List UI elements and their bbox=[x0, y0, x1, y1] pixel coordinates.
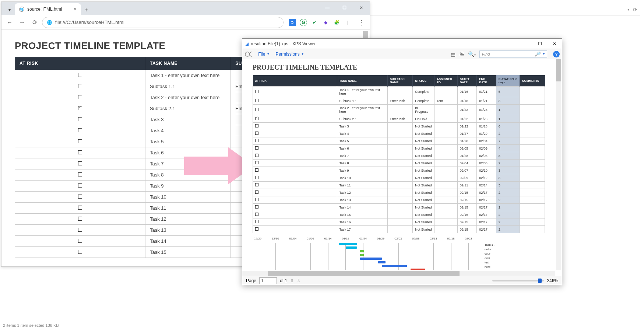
checkbox[interactable] bbox=[78, 206, 82, 210]
extension-icon[interactable]: G bbox=[300, 19, 307, 26]
checkbox[interactable] bbox=[78, 117, 82, 121]
checkbox[interactable] bbox=[78, 84, 82, 88]
extension-icon[interactable]: ✔ bbox=[311, 19, 318, 26]
sub-cell bbox=[387, 105, 413, 115]
sub-cell bbox=[387, 167, 413, 174]
task-name-cell: Task 13 bbox=[145, 225, 230, 236]
site-info-icon[interactable]: 🌐 bbox=[47, 20, 52, 25]
vertical-scrollbar[interactable] bbox=[556, 59, 561, 270]
checkbox[interactable] bbox=[255, 161, 258, 164]
status-cell: Not Started bbox=[413, 189, 434, 196]
checkbox[interactable] bbox=[255, 108, 258, 111]
checkbox[interactable] bbox=[255, 176, 258, 179]
horizontal-scrollbar[interactable] bbox=[242, 271, 555, 276]
start-cell: 01/28 bbox=[457, 152, 477, 160]
checkbox[interactable] bbox=[255, 227, 258, 231]
checkbox[interactable] bbox=[255, 132, 258, 135]
col-status: STATUS bbox=[413, 75, 434, 87]
checkbox[interactable] bbox=[255, 146, 258, 150]
duration-cell: 2 bbox=[496, 196, 520, 204]
checkbox[interactable] bbox=[255, 220, 258, 223]
permissions-menu[interactable]: Permissions▼ bbox=[273, 52, 306, 57]
assigned-cell bbox=[434, 218, 458, 226]
chrome-menu-button[interactable]: ⋮ bbox=[356, 17, 367, 28]
axis-tick: 01/14 bbox=[324, 237, 332, 240]
back-button[interactable]: ← bbox=[4, 17, 15, 28]
checkbox[interactable] bbox=[78, 195, 82, 199]
checkbox[interactable] bbox=[255, 190, 258, 194]
help-icon[interactable]: ? bbox=[553, 51, 560, 57]
extensions-menu-icon[interactable]: 🧩 bbox=[333, 19, 340, 26]
chevron-down-icon[interactable]: ▼ bbox=[542, 52, 545, 56]
checkbox[interactable] bbox=[255, 168, 258, 172]
zoom-slider[interactable] bbox=[492, 280, 544, 281]
table-row: Task 1 - enter your own text here bbox=[15, 70, 280, 81]
reload-button[interactable]: ⟳ bbox=[29, 17, 40, 28]
checkbox[interactable] bbox=[78, 106, 82, 110]
checkbox[interactable] bbox=[255, 205, 258, 209]
table-row: Task 2 - enter your own text hereIn Prog… bbox=[253, 105, 545, 115]
window-title: resultantFile(1).xps - XPS Viewer bbox=[251, 41, 316, 46]
forward-button[interactable]: → bbox=[17, 17, 27, 28]
binoculars-icon[interactable] bbox=[244, 50, 252, 58]
assigned-cell bbox=[434, 145, 458, 152]
checkbox[interactable] bbox=[78, 183, 82, 188]
checkbox[interactable] bbox=[78, 95, 82, 99]
close-window-button[interactable]: ✕ bbox=[547, 39, 562, 49]
checkbox[interactable] bbox=[255, 198, 258, 201]
checkbox[interactable] bbox=[78, 150, 82, 154]
maximize-button[interactable]: ☐ bbox=[336, 2, 353, 14]
checkbox[interactable] bbox=[255, 154, 258, 157]
checkbox[interactable] bbox=[255, 117, 258, 120]
checkbox[interactable] bbox=[78, 250, 82, 254]
checkbox[interactable] bbox=[78, 139, 82, 143]
checkbox[interactable] bbox=[255, 124, 258, 127]
print-icon[interactable]: 🖶 bbox=[459, 51, 464, 57]
checkbox[interactable] bbox=[255, 139, 258, 142]
maximize-button[interactable]: ☐ bbox=[532, 39, 547, 49]
close-tab-icon[interactable]: × bbox=[74, 6, 77, 12]
extension-icon[interactable]: ◆ bbox=[322, 19, 329, 26]
page-down-icon[interactable]: ⇩ bbox=[297, 278, 300, 283]
address-bar[interactable]: 🌐 file:///C:/Users/sourceHTML.html bbox=[42, 17, 284, 28]
checkbox[interactable] bbox=[78, 73, 82, 77]
outline-icon[interactable]: ▤ bbox=[451, 51, 455, 57]
new-tab-button[interactable]: + bbox=[81, 5, 91, 15]
minimize-button[interactable]: — bbox=[518, 39, 532, 49]
zoom-thumb[interactable] bbox=[538, 279, 542, 283]
minimize-button[interactable]: — bbox=[319, 2, 336, 14]
start-cell: 01/16 bbox=[457, 87, 477, 97]
checkbox[interactable] bbox=[255, 99, 258, 102]
scrollbar-thumb[interactable] bbox=[268, 271, 460, 276]
table-row: Task 15Not Started02/1502/172 bbox=[253, 211, 545, 218]
find-placeholder: Find bbox=[482, 52, 490, 56]
scrollbar-thumb[interactable] bbox=[556, 59, 561, 81]
extension-icon[interactable]: כ bbox=[289, 19, 296, 26]
start-cell: 02/07 bbox=[457, 167, 477, 174]
find-input[interactable]: Find 🔎 ▼ bbox=[479, 50, 547, 58]
checkbox[interactable] bbox=[78, 172, 82, 176]
checkbox[interactable] bbox=[78, 239, 82, 243]
checkbox[interactable] bbox=[255, 183, 258, 186]
page-up-icon[interactable]: ⇧ bbox=[290, 278, 294, 283]
browser-tab[interactable]: 🌐 sourceHTML.html × bbox=[15, 3, 81, 15]
checkbox[interactable] bbox=[78, 228, 82, 232]
checkbox[interactable] bbox=[78, 161, 82, 165]
checkbox[interactable] bbox=[255, 213, 258, 216]
checkbox[interactable] bbox=[78, 217, 82, 221]
close-window-button[interactable]: ✕ bbox=[353, 2, 370, 14]
status-cell: Not Started bbox=[413, 123, 434, 130]
file-menu[interactable]: File▼ bbox=[256, 52, 272, 57]
refresh-icon[interactable]: ⟳ bbox=[633, 7, 637, 13]
zoom-icon[interactable]: 🔍▾ bbox=[468, 51, 476, 57]
page-input[interactable] bbox=[259, 277, 277, 284]
tab-search-button[interactable]: ▾ bbox=[4, 5, 15, 15]
duration-cell: 4 bbox=[496, 145, 520, 152]
xps-title-bar[interactable]: ◢ resultantFile(1).xps - XPS Viewer — ☐ … bbox=[242, 39, 562, 49]
checkbox[interactable] bbox=[255, 90, 258, 93]
chevron-down-icon[interactable]: ▾ bbox=[627, 7, 629, 11]
search-icon[interactable]: 🔎 bbox=[535, 52, 540, 57]
xps-toolbar: | File▼ Permissions▼ ▤ 🖶 🔍▾ Find 🔎 ▼ ? bbox=[242, 49, 562, 59]
checkbox[interactable] bbox=[78, 128, 82, 132]
table-row: Task 6Not Started02/0502/094 bbox=[253, 145, 545, 152]
